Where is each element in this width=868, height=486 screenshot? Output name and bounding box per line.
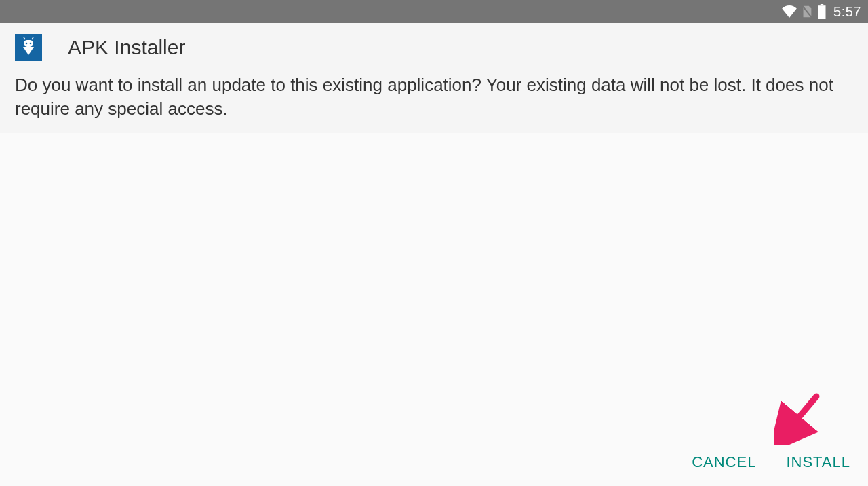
svg-rect-3 [24,40,33,47]
status-bar: 5:57 [0,0,868,23]
install-dialog-header: APK Installer Do you want to install an … [0,23,868,133]
svg-point-5 [30,43,32,45]
install-message: Do you want to install an update to this… [15,73,853,121]
svg-rect-1 [821,4,823,5]
svg-point-4 [26,43,28,45]
svg-line-7 [32,37,33,39]
svg-rect-2 [818,5,826,19]
wifi-icon [782,5,797,18]
svg-line-6 [24,37,25,39]
app-icon [15,34,42,61]
app-title: APK Installer [68,36,185,59]
battery-icon [817,4,827,19]
no-sim-icon [801,5,813,18]
cancel-button[interactable]: CANCEL [692,453,756,471]
install-button[interactable]: INSTALL [786,453,850,471]
dialog-footer: CANCEL INSTALL [0,438,868,486]
dialog-body [0,133,868,428]
clock: 5:57 [833,4,861,20]
title-row: APK Installer [15,34,853,61]
